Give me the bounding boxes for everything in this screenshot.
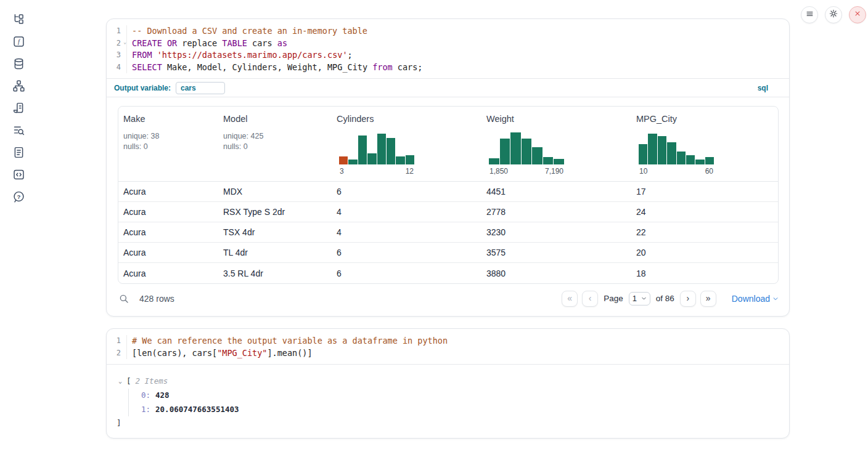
item-index: 0:	[141, 390, 150, 400]
gear-icon	[829, 9, 838, 21]
histogram-axis: 1,8507,190	[489, 167, 564, 176]
logs-search-icon[interactable]	[12, 124, 25, 137]
histogram-bar	[510, 132, 521, 164]
table-cell: 4	[332, 207, 481, 217]
last-page-button[interactable]: »	[700, 291, 716, 307]
language-badge[interactable]: sql	[758, 84, 768, 92]
table-header: Make unique: 38 nulls: 0 Model unique: 4…	[118, 107, 778, 182]
histogram-bar	[705, 157, 714, 164]
fold-chevron-icon[interactable]: ⌄	[123, 39, 126, 46]
column-header-cylinders[interactable]: Cylinders 312	[332, 114, 481, 181]
list-item: 0:428	[107, 388, 789, 402]
code-text: SELECT Make, Model, Cylinders, Weight, M…	[127, 62, 422, 74]
chevron-down-icon	[772, 296, 779, 302]
function-icon[interactable]: f	[12, 35, 25, 48]
column-header-model[interactable]: Model unique: 425 nulls: 0	[218, 114, 332, 181]
code-line: 2⌄CREATE OR replace TABLE cars as	[107, 38, 789, 50]
menu-button[interactable]	[801, 6, 818, 23]
table-row: Acura3.5 RL 4dr6388018	[118, 263, 778, 283]
code-token: cars	[247, 38, 277, 48]
snippets-icon[interactable]	[12, 168, 25, 181]
histogram-bar	[667, 142, 676, 164]
search-icon[interactable]	[118, 293, 129, 304]
first-page-button[interactable]: «	[562, 291, 578, 307]
axis-max-label: 12	[406, 167, 414, 176]
column-header-mpg-city[interactable]: MPG_City 1060	[631, 114, 778, 181]
table-cell: 6	[332, 269, 481, 278]
settings-button[interactable]	[825, 6, 842, 23]
histogram-bar	[648, 134, 657, 164]
file-tree-icon[interactable]	[12, 13, 25, 26]
column-stats: unique: 38 nulls: 0	[123, 131, 213, 152]
line-gutter: 2	[107, 347, 127, 360]
dependency-graph-icon[interactable]	[12, 79, 25, 92]
code-text: # We can reference the output variable a…	[127, 335, 448, 347]
table-body: AcuraMDX6445117AcuraRSX Type S 2dr427782…	[118, 182, 778, 283]
histogram-bar	[377, 134, 386, 164]
hamburger-icon	[805, 9, 814, 21]
table-cell: 6	[332, 248, 481, 257]
table-row: AcuraRSX Type S 2dr4277824	[118, 202, 778, 222]
code-line: 3FROM 'https://datasets.marimo.app/cars.…	[107, 49, 789, 62]
code-token: from	[372, 62, 393, 72]
histogram-bar	[396, 156, 404, 164]
download-label: Download	[732, 294, 770, 304]
database-icon[interactable]	[12, 57, 25, 70]
page-total-label: of 86	[656, 294, 674, 303]
help-icon[interactable]: ?	[12, 190, 25, 203]
collapse-icon[interactable]: ⌄	[118, 374, 126, 388]
pagination: « ‹ Page 1 of 86 › » Download	[562, 291, 779, 307]
document-icon[interactable]	[12, 146, 25, 159]
items-count: 2 Items	[136, 374, 168, 388]
chevron-right-icon: ›	[686, 294, 689, 302]
line-number: 2	[117, 347, 121, 360]
line-gutter: 1	[107, 25, 127, 38]
next-page-button[interactable]: ›	[680, 291, 696, 307]
download-button[interactable]: Download	[732, 294, 779, 304]
histogram-axis: 312	[339, 167, 414, 176]
page-label: Page	[604, 294, 623, 303]
code-token: TABLE	[222, 38, 247, 48]
code-token	[162, 38, 167, 48]
column-stats: unique: 425 nulls: 0	[223, 131, 327, 152]
mpg-city-histogram: 1060	[639, 132, 714, 176]
histogram-bar	[367, 153, 376, 164]
table-cell: 6	[332, 187, 481, 196]
previous-page-button[interactable]: ‹	[582, 291, 598, 307]
line-gutter: 4	[107, 62, 127, 74]
item-value: 428	[155, 390, 170, 400]
item-index: 1:	[141, 405, 150, 414]
code-token	[152, 50, 157, 60]
table-cell: Acura	[118, 187, 218, 196]
table-cell: RSX Type S 2dr	[218, 207, 332, 217]
histogram-bar	[658, 136, 666, 164]
chevron-down-icon	[641, 296, 647, 301]
code-token: Make, Model, Cylinders, Weight, MPG_City	[162, 62, 372, 72]
histogram-bar	[532, 147, 542, 164]
table-cell: 3.5 RL 4dr	[218, 269, 332, 278]
code-token: CREATE	[132, 38, 162, 48]
histogram-bar	[348, 160, 357, 164]
code-line: 1# We can reference the output variable …	[107, 335, 789, 347]
python-code-editor[interactable]: 1# We can reference the output variable …	[107, 329, 789, 364]
histogram-bar	[522, 139, 532, 164]
output-variable-input[interactable]	[176, 82, 225, 94]
table-cell: Acura	[118, 207, 218, 217]
table-footer: 428 rows « ‹ Page 1 of 86 › » Download	[107, 284, 789, 313]
scroll-icon[interactable]	[12, 102, 25, 115]
sql-code-editor[interactable]: 1-- Download a CSV and create an in-memo…	[107, 19, 789, 78]
axis-min-label: 3	[340, 167, 344, 176]
code-line: 1-- Download a CSV and create an in-memo…	[107, 25, 789, 38]
page-select[interactable]: 1	[629, 292, 650, 305]
column-header-weight[interactable]: Weight 1,8507,190	[481, 114, 631, 181]
code-token: 'https://datasets.marimo.app/cars.csv'	[157, 50, 348, 60]
code-token: [len(cars), cars[	[132, 348, 217, 358]
code-token: cars;	[393, 62, 423, 72]
shutdown-button[interactable]	[849, 6, 866, 23]
histogram-bar	[639, 144, 647, 164]
table-cell: 20	[631, 248, 778, 257]
code-text: FROM 'https://datasets.marimo.app/cars.c…	[127, 49, 353, 62]
column-header-make[interactable]: Make unique: 38 nulls: 0	[118, 114, 218, 181]
table-cell: 2778	[481, 207, 631, 217]
divider	[107, 97, 789, 97]
